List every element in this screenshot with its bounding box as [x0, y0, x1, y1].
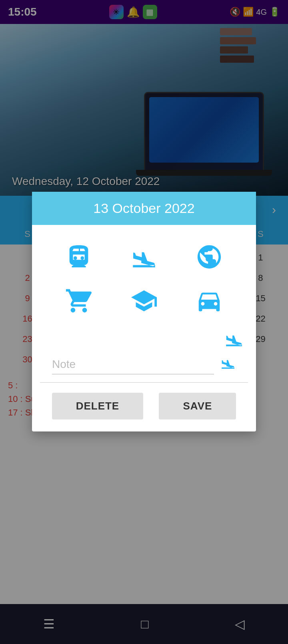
modal-buttons: DELETE SAVE: [32, 383, 256, 423]
selected-icon-area: [32, 329, 256, 351]
education-icon-button[interactable]: [113, 281, 174, 321]
train-icon-button[interactable]: [48, 237, 109, 277]
shopping-cart-icon: [65, 287, 93, 315]
soccer-icon: [195, 243, 223, 271]
flight-depart-icon-button[interactable]: [113, 237, 174, 277]
car-icon-button[interactable]: [179, 281, 240, 321]
modal-title-bar: 13 October 2022: [32, 192, 256, 225]
modal-title: 13 October 2022: [40, 201, 248, 216]
modal-dialog: 13 October 2022: [32, 192, 256, 431]
note-flight-icon: [220, 355, 236, 374]
soccer-icon-button[interactable]: [179, 237, 240, 277]
modal-icons-grid: [32, 225, 256, 329]
car-icon: [195, 287, 223, 315]
selected-flight-icon: [224, 329, 244, 349]
save-button[interactable]: SAVE: [159, 393, 236, 419]
train-icon: [65, 243, 93, 271]
delete-button[interactable]: DELETE: [52, 393, 144, 419]
shopping-cart-icon-button[interactable]: [48, 281, 109, 321]
note-input[interactable]: [52, 355, 214, 374]
education-icon: [130, 287, 158, 315]
modal-note-row: [40, 351, 248, 383]
flight-depart-icon: [130, 243, 158, 271]
